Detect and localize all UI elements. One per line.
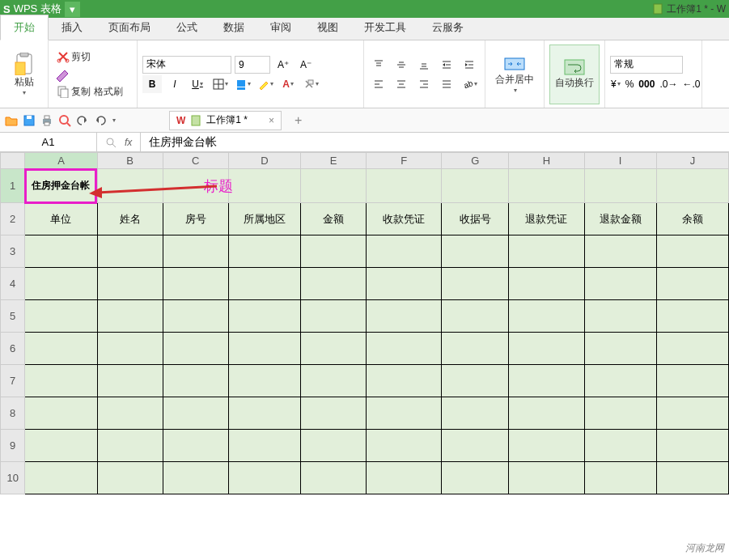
cell[interactable] <box>509 235 584 268</box>
cell[interactable] <box>584 397 656 430</box>
cell-D1[interactable] <box>228 169 300 203</box>
comma-icon[interactable]: 000 <box>638 75 655 93</box>
cell[interactable] <box>97 365 163 397</box>
cell-A2[interactable]: 单位 <box>25 203 97 235</box>
decrease-decimal-icon[interactable]: ←.0 <box>681 75 701 93</box>
cell-G1[interactable] <box>442 169 509 203</box>
tab-start[interactable]: 开始 <box>0 15 49 40</box>
col-header-C[interactable]: C <box>163 153 228 169</box>
tab-developer[interactable]: 开发工具 <box>351 15 419 40</box>
cell[interactable] <box>656 397 728 430</box>
select-all-corner[interactable] <box>1 153 25 169</box>
tab-data[interactable]: 数据 <box>210 15 257 40</box>
cell-D2[interactable]: 所属地区 <box>228 203 300 235</box>
cell[interactable] <box>584 268 656 300</box>
cell[interactable] <box>509 462 584 494</box>
cell[interactable] <box>300 235 366 268</box>
wrap-text-button[interactable]: 自动换行 <box>549 45 600 104</box>
merge-center-button[interactable]: 合并居中▾ <box>490 45 539 104</box>
col-header-J[interactable]: J <box>656 153 728 169</box>
cell[interactable] <box>509 365 584 397</box>
cell-I2[interactable]: 退款金额 <box>584 203 656 235</box>
orientation-icon[interactable]: ab▾ <box>460 75 479 93</box>
cell[interactable] <box>442 268 509 300</box>
cell-J2[interactable]: 余额 <box>656 203 728 235</box>
row-header-2[interactable]: 2 <box>1 203 25 235</box>
bold-button[interactable]: B <box>142 75 162 93</box>
cell[interactable] <box>228 430 300 462</box>
align-center-icon[interactable] <box>392 75 411 93</box>
cell[interactable] <box>228 462 300 494</box>
row-header-7[interactable]: 7 <box>1 365 25 397</box>
cell[interactable] <box>367 300 442 333</box>
cell[interactable] <box>25 397 97 430</box>
cell[interactable] <box>584 235 656 268</box>
cell[interactable] <box>228 333 300 365</box>
font-color-button[interactable]: A▾ <box>278 75 298 93</box>
cell[interactable] <box>163 397 228 430</box>
open-icon[interactable] <box>5 114 18 127</box>
cell[interactable] <box>367 462 442 494</box>
tab-formula[interactable]: 公式 <box>163 15 210 40</box>
italic-button[interactable]: I <box>165 75 184 93</box>
row-header-3[interactable]: 3 <box>1 235 25 268</box>
cell[interactable] <box>25 268 97 300</box>
cell[interactable] <box>656 268 728 300</box>
cell-E2[interactable]: 金额 <box>300 203 366 235</box>
cell[interactable] <box>25 430 97 462</box>
cell-H1[interactable] <box>509 169 584 203</box>
eraser-icon[interactable] <box>53 67 70 82</box>
row-header-4[interactable]: 4 <box>1 268 25 300</box>
cell[interactable] <box>584 365 656 397</box>
cell[interactable] <box>163 430 228 462</box>
decrease-font-icon[interactable]: A⁻ <box>296 56 316 74</box>
row-header-10[interactable]: 10 <box>1 462 25 494</box>
cell[interactable] <box>442 365 509 397</box>
cell[interactable] <box>163 462 228 494</box>
cell[interactable] <box>584 333 656 365</box>
app-menu-dropdown[interactable]: ▾ <box>65 2 80 17</box>
cell[interactable] <box>509 397 584 430</box>
underline-button[interactable]: U▾ <box>188 75 207 93</box>
cell[interactable] <box>163 235 228 268</box>
qa-customize-icon[interactable]: ▾ <box>112 117 116 124</box>
cell[interactable] <box>656 365 728 397</box>
format-painter-label[interactable]: 格式刷 <box>94 85 123 99</box>
cell[interactable] <box>228 268 300 300</box>
cell[interactable] <box>163 300 228 333</box>
cell[interactable] <box>584 462 656 494</box>
cell[interactable] <box>509 333 584 365</box>
cell[interactable] <box>367 430 442 462</box>
align-middle-icon[interactable] <box>392 56 411 74</box>
align-right-icon[interactable] <box>414 75 434 93</box>
cell[interactable] <box>228 235 300 268</box>
number-format-select[interactable] <box>610 56 683 74</box>
cell[interactable] <box>442 430 509 462</box>
cell-J1[interactable] <box>656 169 728 203</box>
row-header-6[interactable]: 6 <box>1 333 25 365</box>
col-header-F[interactable]: F <box>367 153 442 169</box>
cell[interactable] <box>442 397 509 430</box>
cell-H2[interactable]: 退款凭证 <box>509 203 584 235</box>
cell[interactable] <box>656 235 728 268</box>
cell-A1[interactable]: 住房押金台帐 <box>25 169 97 203</box>
cell[interactable] <box>656 333 728 365</box>
row-header-5[interactable]: 5 <box>1 300 25 333</box>
cell[interactable] <box>25 462 97 494</box>
col-header-G[interactable]: G <box>442 153 509 169</box>
name-box[interactable]: A1 <box>0 133 97 151</box>
paste-button[interactable]: 粘贴▾ <box>5 45 43 104</box>
redo-icon[interactable] <box>94 114 107 127</box>
align-top-icon[interactable] <box>369 56 388 74</box>
align-justify-icon[interactable] <box>437 75 456 93</box>
border-button[interactable]: ▾ <box>210 75 230 93</box>
cell[interactable] <box>300 365 366 397</box>
tab-insert[interactable]: 插入 <box>49 15 95 40</box>
cell[interactable] <box>163 365 228 397</box>
font-name-select[interactable] <box>142 56 231 74</box>
cell-I1[interactable] <box>584 169 656 203</box>
col-header-A[interactable]: A <box>25 153 97 169</box>
cell[interactable] <box>300 268 366 300</box>
cell[interactable] <box>163 333 228 365</box>
cell[interactable] <box>25 365 97 397</box>
